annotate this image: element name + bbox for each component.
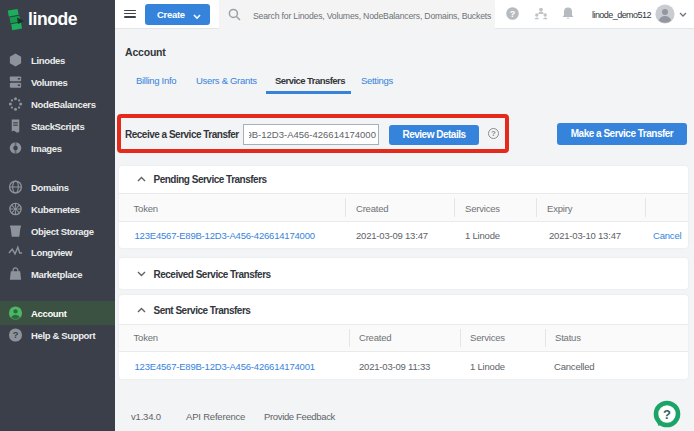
svg-text:?: ? [13, 330, 19, 340]
svg-text:?: ? [510, 9, 516, 19]
svg-text:?: ? [663, 407, 671, 422]
